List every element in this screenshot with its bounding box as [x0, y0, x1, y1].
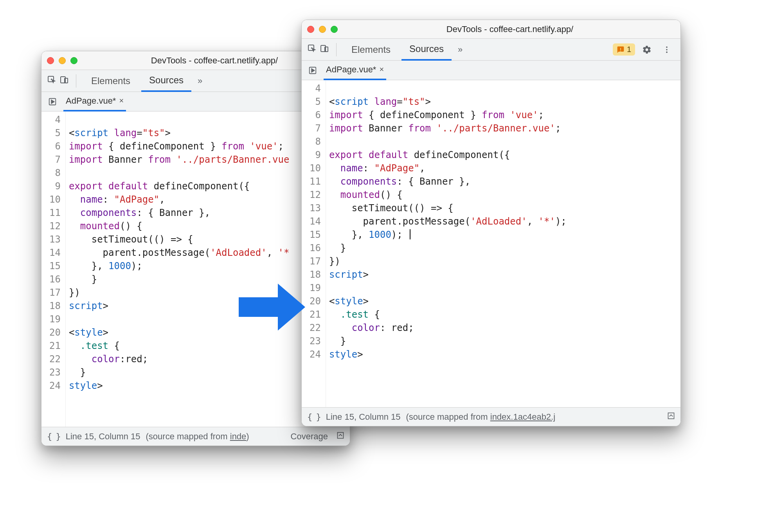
source-map-link[interactable]: inde [230, 431, 247, 441]
svg-rect-4 [338, 432, 344, 438]
coverage-tab[interactable]: Coverage [288, 431, 331, 442]
expand-icon[interactable] [337, 431, 344, 442]
minimize-icon[interactable] [59, 57, 66, 64]
file-tab-label: AdPage.vue* [66, 96, 116, 106]
close-tab-icon[interactable]: × [379, 65, 384, 74]
line-gutter: 4 5 6 7 8 9 10 11 12 13 14 15 16 17 18 1… [302, 80, 326, 407]
code-editor[interactable]: 4 5 6 7 8 9 10 11 12 13 14 15 16 17 18 1… [302, 80, 680, 407]
tab-elements[interactable]: Elements [344, 40, 398, 60]
separator [336, 43, 337, 56]
tab-elements[interactable]: Elements [83, 71, 138, 91]
device-toggle-icon[interactable] [320, 44, 329, 56]
devtools-window-right: DevTools - coffee-cart.netlify.app/ Elem… [301, 20, 681, 426]
code-content[interactable]: <script lang="ts"> import { defineCompon… [326, 80, 680, 407]
tab-sources[interactable]: Sources [401, 39, 452, 61]
traffic-lights [47, 57, 77, 64]
fullscreen-icon[interactable] [70, 57, 77, 64]
settings-icon[interactable] [638, 45, 655, 54]
separator [76, 74, 76, 88]
source-mapped-text: (source mapped from index.1ac4eab2.j [406, 412, 556, 422]
cursor-position: Line 15, Column 15 [326, 412, 401, 422]
line-gutter: 4 5 6 7 8 9 10 11 12 13 14 15 16 17 18 1… [41, 111, 66, 427]
pretty-print-icon[interactable]: { } [47, 431, 60, 441]
more-tabs-icon[interactable]: » [455, 45, 466, 55]
statusbar: { } Line 15, Column 15 (source mapped fr… [41, 427, 350, 446]
inspect-icon[interactable] [307, 44, 317, 56]
statusbar: { } Line 15, Column 15 (source mapped fr… [302, 407, 680, 426]
minimize-icon[interactable] [319, 26, 326, 33]
close-icon[interactable] [307, 26, 314, 33]
file-tab-adpage[interactable]: AdPage.vue* × [63, 92, 126, 111]
more-tabs-icon[interactable]: » [194, 76, 205, 86]
file-tabs: AdPage.vue* × [302, 61, 680, 80]
issues-count: 1 [627, 45, 631, 54]
inspect-icon[interactable] [47, 75, 56, 87]
device-toggle-icon[interactable] [59, 75, 69, 87]
more-menu-icon[interactable] [659, 45, 675, 54]
titlebar: DevTools - coffee-cart.netlify.app/ [302, 20, 680, 39]
close-icon[interactable] [47, 57, 54, 64]
traffic-lights [307, 26, 338, 33]
fullscreen-icon[interactable] [331, 26, 338, 33]
main-toolbar: Elements Sources » 1 [302, 39, 680, 61]
window-title: DevTools - coffee-cart.netlify.app/ [345, 24, 675, 34]
issues-badge[interactable]: 1 [613, 43, 635, 56]
svg-rect-12 [668, 413, 674, 419]
arrow-icon [239, 282, 305, 332]
source-map-link[interactable]: index.1ac4eab2.j [490, 412, 555, 422]
close-tab-icon[interactable]: × [119, 96, 124, 105]
cursor-position: Line 15, Column 15 [66, 431, 140, 442]
resume-icon[interactable] [307, 65, 318, 76]
resume-icon[interactable] [47, 96, 58, 107]
source-mapped-text: (source mapped from inde) [146, 431, 249, 442]
file-tab-label: AdPage.vue* [326, 65, 376, 75]
tab-sources[interactable]: Sources [141, 70, 191, 92]
expand-icon[interactable] [667, 412, 675, 422]
pretty-print-icon[interactable]: { } [307, 412, 320, 422]
svg-point-8 [666, 46, 668, 48]
file-tab-adpage[interactable]: AdPage.vue* × [324, 61, 386, 80]
svg-point-10 [666, 51, 668, 53]
svg-point-9 [666, 49, 668, 50]
